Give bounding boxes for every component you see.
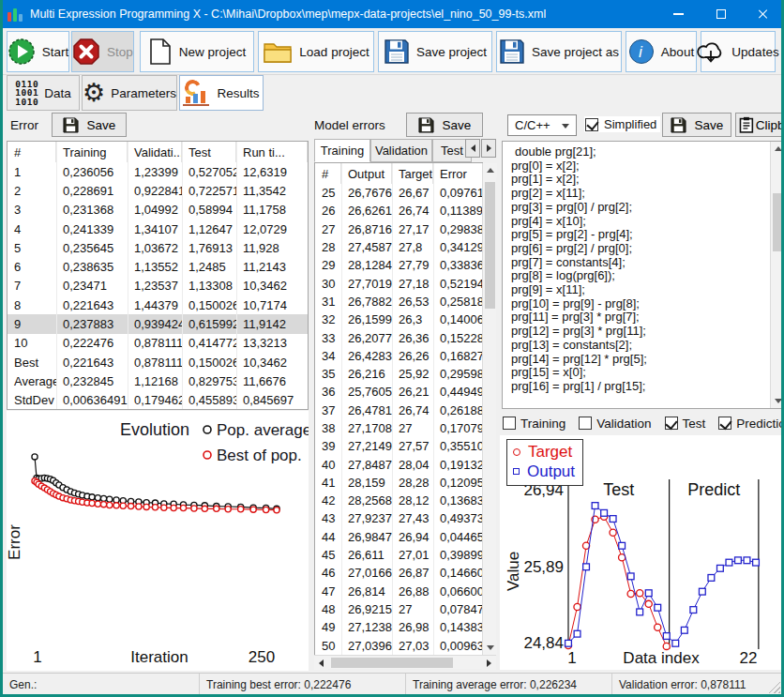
- table-row[interactable]: 3126,788226,530,258182: [315, 293, 482, 311]
- simplified-checkbox-wrap[interactable]: Simplified: [584, 116, 660, 132]
- table-cell: 10,3462: [236, 356, 308, 370]
- tab-scroll-right-button[interactable]: [481, 139, 496, 158]
- table-row[interactable]: 50,2356451,036721,7691311,928: [8, 238, 308, 257]
- checkbox[interactable]: [503, 417, 516, 430]
- table-row[interactable]: 30,2313681,049920,5899411,1758: [8, 201, 308, 220]
- table-row[interactable]: 2626,626126,740,113891: [315, 202, 482, 220]
- column-header[interactable]: Target: [392, 163, 433, 184]
- tab-data[interactable]: 011010011010 Data: [7, 75, 80, 111]
- column-header[interactable]: Error: [433, 163, 483, 184]
- scroll-thumb[interactable]: [773, 193, 783, 251]
- scroll-thumb[interactable]: [331, 658, 453, 668]
- column-header[interactable]: Output: [341, 163, 392, 184]
- table-row[interactable]: 70,234711,235371,1330810,3462: [8, 277, 308, 295]
- series-toggle-training[interactable]: Training: [503, 417, 565, 431]
- table-row[interactable]: 4327,923727,430,493738: [315, 509, 482, 527]
- table-row[interactable]: 5027,039627,030,009634: [315, 636, 482, 654]
- error-table[interactable]: #TrainingValidati...TestRun ti...10,2360…: [7, 141, 309, 410]
- table-row[interactable]: 2928,128427,790,338365: [315, 256, 482, 274]
- clipboard-button[interactable]: Clipboard: [735, 113, 784, 137]
- table-row[interactable]: 3625,760526,210,449498: [315, 383, 482, 401]
- table-row[interactable]: 3027,701927,180,521945: [315, 274, 482, 292]
- table-row[interactable]: 80,2216431,443790,15002610,7174: [8, 295, 308, 314]
- table-row[interactable]: 2526,767626,670,097612: [315, 184, 482, 202]
- column-header[interactable]: Training: [56, 142, 128, 162]
- table-row[interactable]: 3827,1708270,170794: [315, 419, 482, 437]
- minimize-icon: [673, 13, 684, 15]
- table-row[interactable]: 2726,871627,170,298384: [315, 220, 482, 238]
- table-row[interactable]: 4526,61127,010,398998: [315, 546, 482, 564]
- column-header[interactable]: #: [8, 142, 56, 162]
- tab-scroll-left-button[interactable]: [465, 139, 480, 158]
- table-cell: 26,8716: [341, 222, 392, 236]
- table-row[interactable]: 3927,214927,570,355103: [315, 437, 482, 455]
- model-errors-save-button[interactable]: Save: [406, 113, 483, 137]
- minimize-button[interactable]: [657, 0, 700, 28]
- table-row[interactable]: 100,2224760,8781110,41477213,3213: [8, 334, 308, 353]
- stop-button[interactable]: Stop: [71, 31, 134, 72]
- table-row[interactable]: 3326,207726,360,152287: [315, 328, 482, 346]
- table-row[interactable]: 60,2386351,135521,248511,2143: [8, 257, 308, 276]
- column-divider: [236, 142, 237, 409]
- table-row[interactable]: 4627,016626,870,146609: [315, 564, 482, 582]
- maximize-button[interactable]: [700, 0, 742, 28]
- error-save-button[interactable]: Save: [52, 113, 127, 137]
- language-select[interactable]: C/C++: [507, 114, 577, 136]
- close-button[interactable]: [742, 0, 784, 28]
- table-row[interactable]: 4726,81426,880,066008: [315, 583, 482, 600]
- checkbox[interactable]: [579, 417, 592, 430]
- table-cell: 31: [315, 295, 341, 309]
- code-vscrollbar[interactable]: [770, 142, 784, 408]
- table-row[interactable]: 90,2378830,9394240,61599211,9142: [8, 314, 308, 333]
- table-cell: 33: [315, 331, 341, 345]
- table-cell: 0,078470: [433, 602, 483, 616]
- table-row[interactable]: 4228,256828,120,136832: [315, 492, 482, 509]
- simplified-checkbox[interactable]: [585, 118, 598, 131]
- model-tab-training[interactable]: Training: [314, 139, 370, 162]
- new-project-button[interactable]: New project: [140, 31, 254, 72]
- save-project-as-button[interactable]: Save project as: [496, 31, 622, 72]
- column-header[interactable]: #: [315, 163, 341, 184]
- updates-button[interactable]: Updates: [701, 31, 776, 72]
- code-output[interactable]: double prg[21];prg[0] = x[2];prg[1] = x[…: [502, 141, 784, 409]
- table-row[interactable]: 10,2360561,233990,52705212,6319: [8, 162, 308, 181]
- table-row[interactable]: 3426,428326,260,168276: [315, 347, 482, 365]
- checkbox[interactable]: [665, 417, 678, 430]
- table-row[interactable]: 2827,458727,80,341298: [315, 238, 482, 256]
- table-row[interactable]: 3726,478126,740,261882: [315, 402, 482, 419]
- scroll-thumb[interactable]: [485, 182, 495, 309]
- table-row[interactable]: 4826,9215270,078470: [315, 600, 482, 618]
- save-project-button[interactable]: Save project: [378, 31, 492, 72]
- model-errors-table[interactable]: #OutputTargetError2526,767626,670,097612…: [314, 162, 483, 656]
- column-header[interactable]: Run ti...: [236, 142, 308, 162]
- start-button[interactable]: Start: [7, 31, 69, 72]
- checkbox[interactable]: [718, 417, 731, 430]
- resize-grip[interactable]: [768, 681, 780, 693]
- table-row[interactable]: 20,2286910,9228410,72257111,3542: [8, 181, 308, 200]
- table-row[interactable]: 4927,123826,980,143835: [315, 618, 482, 636]
- code-save-button[interactable]: Save: [662, 113, 731, 137]
- series-toggle-test[interactable]: Test: [665, 417, 706, 431]
- tab-results[interactable]: Results: [179, 75, 264, 111]
- table-row[interactable]: 4128,15928,280,120951: [315, 474, 482, 492]
- tab-parameters[interactable]: ⚙ Parameters: [82, 75, 177, 111]
- table-cell: 42: [315, 493, 341, 508]
- load-project-button[interactable]: Load project: [258, 31, 374, 72]
- column-header[interactable]: Validati...: [128, 142, 182, 162]
- table-row[interactable]: 3226,159926,30,140062: [315, 311, 482, 328]
- table-row[interactable]: 4027,848728,040,191323: [315, 455, 482, 473]
- model-tab-validation[interactable]: Validation: [370, 139, 432, 162]
- column-header[interactable]: Test: [182, 142, 236, 162]
- model-table-vscrollbar[interactable]: [482, 163, 496, 655]
- table-row[interactable]: StdDev0,006364910,1794620,4558930,845697: [8, 391, 308, 410]
- about-label: About: [661, 45, 694, 59]
- series-toggle-validation[interactable]: Validation: [579, 417, 651, 431]
- table-row[interactable]: 3526,21625,920,295984: [315, 365, 482, 383]
- about-button[interactable]: i About: [626, 31, 697, 72]
- model-table-hscrollbar[interactable]: [314, 655, 496, 669]
- series-toggle-predictions[interactable]: Predictions: [718, 417, 784, 431]
- table-row[interactable]: 40,2413391,341071,1264712,0729: [8, 220, 308, 238]
- table-row[interactable]: Average0,2328451,121680,82975311,6676: [8, 371, 308, 390]
- table-row[interactable]: 4426,984726,940,044650: [315, 528, 482, 546]
- table-row[interactable]: Best0,2216430,8781110,15002610,3462: [8, 353, 308, 371]
